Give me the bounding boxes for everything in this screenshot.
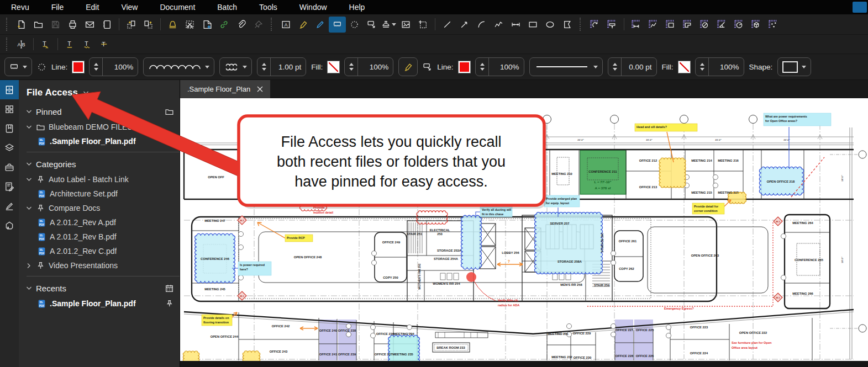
cloud-line-style-dropdown[interactable]	[143, 57, 214, 76]
menu-item-revu[interactable]: Revu	[0, 3, 40, 12]
rectangle-button[interactable]	[524, 17, 541, 33]
attach-button[interactable]	[233, 17, 250, 33]
text-box-button[interactable]: A	[277, 17, 294, 33]
arc-button[interactable]	[473, 17, 490, 33]
text-edit-button[interactable]: AB	[13, 36, 30, 52]
line-style-dropdown[interactable]	[529, 57, 603, 76]
callout-width-spinner[interactable]: 0.00 pt	[608, 57, 657, 76]
email-button[interactable]	[81, 17, 98, 33]
insert-text-button[interactable]: T	[37, 36, 54, 52]
format-painter-button[interactable]	[250, 17, 267, 33]
snapshot-region-button[interactable]	[414, 17, 432, 33]
panel-tab-thumbnails[interactable]	[0, 99, 19, 119]
tree-section-recents[interactable]: Recents	[19, 280, 180, 296]
paste-down-button[interactable]	[123, 17, 140, 33]
m-diameter-button[interactable]	[696, 17, 713, 33]
chevron-right-icon[interactable]	[25, 262, 33, 269]
m-radius-button[interactable]	[730, 17, 748, 33]
spinner-arrows[interactable]	[480, 58, 489, 76]
open-folder-button[interactable]	[30, 17, 47, 33]
chevron-down-icon[interactable]	[25, 205, 33, 212]
callout-fill-opacity-spinner[interactable]: 100%	[695, 57, 744, 76]
tree-cat-auto-label-batch-link[interactable]: Auto Label - Batch Link	[19, 172, 180, 187]
line-opacity-spinner[interactable]: 100%	[89, 57, 138, 76]
new-file-button[interactable]	[13, 17, 30, 33]
callout-line-color-swatch[interactable]	[459, 61, 470, 73]
spinner-arrows[interactable]	[94, 58, 103, 76]
snapshot-button[interactable]	[181, 17, 198, 33]
fill-opacity-spinner[interactable]: 100%	[344, 57, 393, 76]
menu-item-edit[interactable]: Edit	[75, 3, 110, 12]
caliper-button[interactable]	[603, 17, 620, 33]
chevron-down-icon[interactable]	[25, 285, 33, 292]
panel-tab-file-access[interactable]	[0, 80, 19, 99]
m-length-button[interactable]	[628, 17, 645, 33]
chevron-down-icon[interactable]	[25, 124, 33, 131]
print-button[interactable]	[64, 17, 81, 33]
panel-tab-measure[interactable]	[0, 196, 19, 215]
tree-section-pinned[interactable]: Pinned	[19, 103, 180, 120]
cloud-button[interactable]	[346, 17, 363, 33]
flatten-button[interactable]	[98, 17, 115, 33]
tree-folder-bluebeam-demo-files[interactable]: Bluebeam DEMO FILES	[19, 120, 180, 134]
m-count-button[interactable]	[765, 17, 782, 33]
polyline-button[interactable]	[490, 17, 507, 33]
spinner-arrows[interactable]	[349, 58, 358, 76]
pdf-canvas[interactable]: OPEN OFFMEETING 210CONFERENCE 211OFFICE …	[180, 98, 868, 367]
spinner-arrows[interactable]	[613, 58, 622, 76]
save-button[interactable]	[47, 17, 64, 33]
panel-tab-layers[interactable]	[0, 138, 19, 157]
flag-button[interactable]	[164, 17, 181, 33]
hyperlink-button[interactable]	[215, 17, 233, 33]
paste-right-button[interactable]	[140, 17, 157, 33]
m-area-button[interactable]	[662, 17, 679, 33]
callout-line-opacity-spinner[interactable]: 100%	[475, 57, 524, 76]
m-angle-button[interactable]	[713, 17, 730, 33]
callout-fill-swatch[interactable]	[678, 61, 690, 73]
file-item-a-2-01-2-rev-a-pdf[interactable]: PDFA 2.01.2_Rev A.pdf	[19, 215, 180, 230]
line-width-spinner[interactable]: 1.00 pt	[257, 57, 306, 76]
menu-item-batch[interactable]: Batch	[206, 3, 248, 12]
m-cutout-button[interactable]	[679, 17, 696, 33]
arrow-button[interactable]	[456, 17, 473, 33]
ellipse-button[interactable]	[541, 17, 559, 33]
chevron-down-icon[interactable]	[25, 161, 33, 168]
panel-tab-markups[interactable]	[0, 177, 19, 196]
m-polylength-button[interactable]	[645, 17, 662, 33]
fill-color-swatch[interactable]	[328, 61, 339, 73]
pen-button[interactable]	[312, 17, 329, 33]
chevron-down-icon[interactable]	[25, 176, 33, 183]
menu-item-window[interactable]: Window	[288, 3, 338, 12]
tool-style-dropdown[interactable]	[4, 57, 32, 76]
spinner-arrows[interactable]	[262, 58, 271, 76]
menu-item-view[interactable]: View	[110, 3, 149, 12]
close-icon[interactable]	[257, 86, 263, 92]
dimension-button[interactable]	[507, 17, 524, 33]
cloud-plus-button[interactable]	[329, 17, 346, 33]
menu-item-file[interactable]: File	[40, 3, 75, 12]
file-item-a-2-01-2-rev-c-pdf[interactable]: PDFA 2.01.2_Rev C.pdf	[19, 244, 180, 258]
menu-item-help[interactable]: Help	[338, 3, 376, 12]
polygon-button[interactable]	[559, 17, 576, 33]
spinner-arrows[interactable]	[700, 58, 709, 76]
line-button[interactable]	[439, 17, 456, 33]
file-item-a-2-01-2-rev-b-pdf[interactable]: PDFA 2.01.2_Rev B.pdf	[19, 230, 180, 244]
account-button[interactable]	[853, 2, 867, 13]
chevron-down-icon[interactable]	[25, 108, 33, 115]
calendar-icon[interactable]	[165, 284, 174, 293]
calibrate-button[interactable]	[586, 17, 603, 33]
panel-tab-studio[interactable]	[0, 215, 19, 235]
underline-text-button[interactable]: T	[61, 36, 78, 52]
squiggly-text-button[interactable]: T	[78, 36, 96, 52]
folder-icon[interactable]	[165, 107, 174, 116]
file-item--sample-floor-plan-pdf[interactable]: PDF.Sample Floor_Plan.pdf	[19, 134, 180, 148]
pin-outline-icon[interactable]	[165, 299, 174, 309]
insert-pages-button[interactable]	[198, 17, 215, 33]
line-color-swatch[interactable]	[72, 61, 84, 73]
highlight-mode-button[interactable]	[398, 57, 418, 76]
panel-tab-bookmarks[interactable]	[0, 119, 19, 138]
file-item-architecture-set-pdf[interactable]: PDFArchitecture Set.pdf	[19, 187, 180, 201]
panel-header[interactable]: File Access	[19, 80, 180, 103]
chevron-down-icon[interactable]	[82, 89, 90, 97]
image-button[interactable]	[397, 17, 414, 33]
